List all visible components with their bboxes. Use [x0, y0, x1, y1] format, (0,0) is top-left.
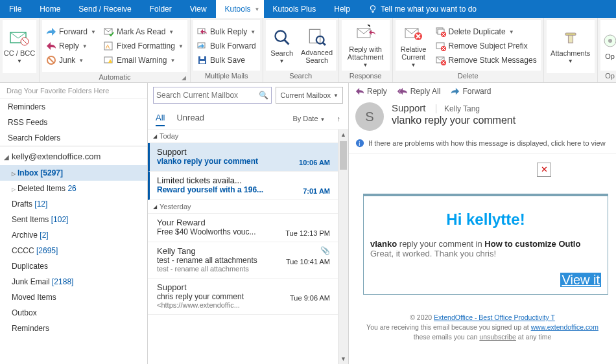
- email-warning-button[interactable]: Email Warning▼: [102, 54, 185, 66]
- delete-dup-icon: [436, 27, 446, 37]
- bulk-save-button[interactable]: Bulk Save: [196, 54, 257, 66]
- reply-all-button[interactable]: Reply All: [397, 87, 441, 96]
- menu-file[interactable]: File: [0, 0, 30, 18]
- nav-folder-reminders[interactable]: Reminders: [0, 321, 147, 336]
- sort-direction[interactable]: ↑: [337, 115, 341, 122]
- nav-folder-drafts[interactable]: Drafts [12]: [0, 196, 147, 212]
- folder-count: [2]: [40, 231, 48, 240]
- relative-current-button[interactable]: Relative Current▼: [396, 20, 432, 71]
- nav-folder-junk-email[interactable]: Junk Email [2188]: [0, 274, 147, 290]
- chevron-down-icon: ▼: [320, 117, 326, 122]
- attachments-button[interactable]: Attachments▼: [547, 20, 595, 71]
- auto-forward-button[interactable]: Forward▼: [45, 26, 97, 38]
- message-item[interactable]: Limited tickets availa...Reward yourself…: [148, 172, 338, 200]
- options-button[interactable]: Op: [600, 20, 616, 71]
- date-group-header[interactable]: ◢Yesterday: [148, 200, 338, 214]
- auto-reply-button[interactable]: Reply▼: [45, 40, 97, 52]
- bulk-reply-icon: [197, 27, 207, 37]
- nav-folder-deleted-items[interactable]: ▷Deleted Items 26: [0, 181, 147, 196]
- menu-view[interactable]: View: [181, 0, 216, 18]
- nav-folder-sent-items[interactable]: Sent Items [102]: [0, 212, 147, 227]
- greeting-text: Hi kellytte!: [370, 210, 601, 229]
- date-group-header[interactable]: ◢Today: [148, 130, 338, 143]
- chevron-down-icon: ▼: [91, 29, 96, 35]
- menu-tell-me[interactable]: Tell me what you want to do: [359, 0, 486, 18]
- reply-icon: [355, 87, 364, 96]
- envelope-block-icon: [9, 27, 30, 48]
- remove-subject-prefix-button[interactable]: Remove Subject Prefix: [434, 40, 538, 52]
- menu-folder[interactable]: Folder: [141, 0, 181, 18]
- menu-kutools[interactable]: Kutools▼: [216, 0, 264, 18]
- ribbon: CC / BCC▼ Forward▼ Reply▼ Junk▼ Mark As …: [0, 18, 616, 83]
- menu-kutools-plus[interactable]: Kutools Plus: [264, 0, 326, 18]
- nav-reminders[interactable]: Reminders: [0, 99, 147, 115]
- chevron-down-icon: ▼: [411, 62, 416, 68]
- folder-count: [5297]: [40, 168, 63, 177]
- message-list-pane: 🔍 Current Mailbox▼ All Unread By Date ▼ …: [148, 83, 349, 364]
- reply-button[interactable]: Reply: [355, 87, 387, 96]
- svg-point-29: [608, 39, 612, 43]
- nav-search-folders[interactable]: Search Folders: [0, 130, 147, 146]
- nav-folder-inbox[interactable]: ▷Inbox [5297]: [0, 165, 147, 181]
- menu-home[interactable]: Home: [30, 0, 69, 18]
- remove-stuck-button[interactable]: Remove Stuck Messages: [434, 54, 538, 66]
- filter-unread-tab[interactable]: Unread: [176, 110, 204, 126]
- cc-bcc-button[interactable]: CC / BCC▼: [3, 20, 36, 71]
- scroll-down-icon[interactable]: ▼: [338, 354, 348, 364]
- footer-site-link[interactable]: www.extendoffice.com: [531, 323, 598, 331]
- nav-folder-archive[interactable]: Archive [2]: [0, 227, 147, 243]
- unsubscribe-link[interactable]: unsubscribe: [479, 333, 516, 341]
- footer-brand-link[interactable]: ExtendOffice - Best Office Productivity …: [434, 313, 555, 321]
- advanced-search-button[interactable]: Advanced Search: [298, 20, 336, 71]
- nav-folder-cccc[interactable]: CCCC [2695]: [0, 243, 147, 258]
- nav-folder-moved-items[interactable]: Moved Items: [0, 290, 147, 305]
- info-icon: i: [355, 139, 364, 148]
- reply-with-attachment-button[interactable]: Reply with Attachment▼: [342, 20, 390, 71]
- menu-help[interactable]: Help: [325, 0, 359, 18]
- nav-folder-duplicates[interactable]: Duplicates: [0, 258, 147, 274]
- nav-rss-feeds[interactable]: RSS Feeds: [0, 115, 147, 130]
- scrollbar-thumb[interactable]: [340, 141, 347, 170]
- group-label-options: Op: [600, 71, 616, 82]
- delete-duplicate-button[interactable]: Delete Duplicate▼: [434, 26, 538, 38]
- folder-name: Sent Items: [12, 215, 49, 224]
- mark-as-read-button[interactable]: Mark As Read▼: [102, 26, 185, 38]
- svg-rect-11: [200, 61, 205, 63]
- message-item[interactable]: Your RewardFree $40 Woolworths vouc...Tu…: [148, 214, 338, 242]
- email-footer: © 2020 ExtendOffice - Best Office Produc…: [353, 313, 612, 342]
- nav-account[interactable]: ◢kelly@extendoffice.com: [0, 146, 147, 165]
- chevron-down-icon: ▼: [568, 58, 573, 64]
- collapse-icon: ◢: [153, 204, 157, 210]
- search-mailbox-input[interactable]: 🔍: [153, 87, 272, 104]
- svg-text:i: i: [359, 140, 360, 147]
- search-scope-dropdown[interactable]: Current Mailbox▼: [276, 87, 343, 104]
- remove-stuck-icon: [436, 55, 446, 65]
- auto-junk-button[interactable]: Junk▼: [45, 54, 97, 66]
- forward-button[interactable]: Forward: [451, 87, 491, 96]
- search-icon[interactable]: 🔍: [259, 91, 268, 100]
- bulk-forward-button[interactable]: Bulk Forward: [196, 40, 257, 52]
- dialog-launcher-automatic[interactable]: ◢: [182, 74, 186, 81]
- sender-avatar: S: [355, 102, 384, 131]
- message-sender: Support: [157, 147, 331, 157]
- display-problems-infobar[interactable]: i If there are problems with how this me…: [349, 136, 616, 153]
- search-field[interactable]: [156, 91, 256, 100]
- fixed-formatting-button[interactable]: AFixed Formatting▼: [102, 40, 185, 52]
- view-it-link[interactable]: View it: [370, 273, 601, 288]
- bulk-reply-button[interactable]: Bulk Reply▼: [196, 26, 257, 38]
- filter-all-tab[interactable]: All: [156, 110, 165, 126]
- search-button[interactable]: Search▼: [266, 20, 298, 71]
- folder-name: Drafts: [12, 199, 32, 209]
- collapse-icon: ◢: [153, 133, 157, 139]
- sort-by-date[interactable]: By Date ▼: [292, 115, 325, 122]
- message-item[interactable]: Supportchris reply your comment<https://…: [148, 279, 338, 315]
- message-item[interactable]: 📎Kelly Tangtest - rename all attachments…: [148, 242, 338, 279]
- scroll-up-icon[interactable]: ▲: [338, 130, 348, 140]
- message-preview: test - rename all attachments: [157, 265, 331, 273]
- message-item[interactable]: Supportvlanko reply your comment10:06 AM: [148, 143, 338, 172]
- list-scrollbar[interactable]: ▲ ▼: [338, 130, 348, 364]
- nav-folder-outbox[interactable]: Outbox: [0, 305, 147, 321]
- attachment-icon: 📎: [320, 246, 330, 255]
- envelope-check-icon: [104, 27, 114, 37]
- menu-send-receive[interactable]: Send / Receive: [69, 0, 140, 18]
